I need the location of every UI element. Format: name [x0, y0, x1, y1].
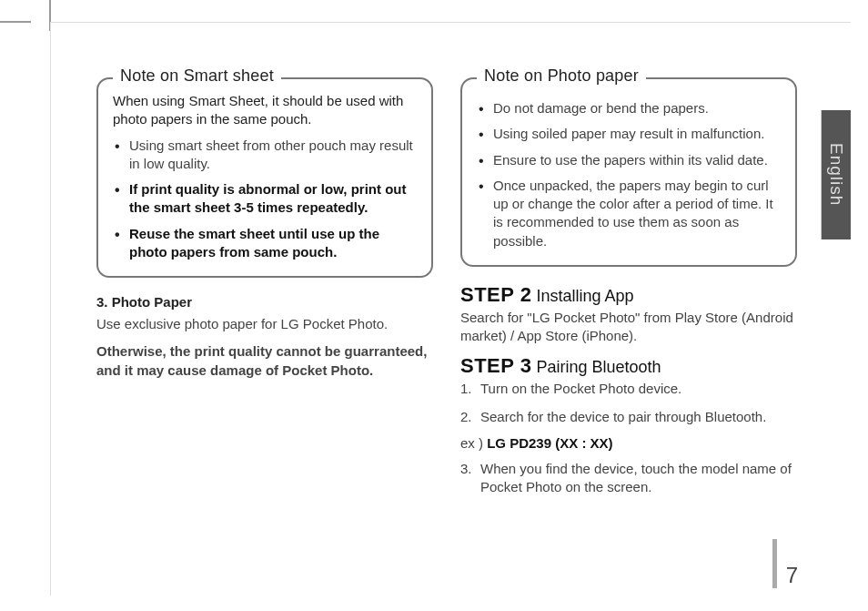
step2-body: Search for "LG Pocket Photo" from Play S…: [460, 309, 797, 346]
step-number: STEP 3: [460, 354, 531, 377]
page-number-block: 7: [772, 539, 798, 588]
subheading-photo-paper: 3. Photo Paper: [96, 294, 433, 310]
note-photo-paper: Note on Photo paper Do not damage or ben…: [460, 77, 797, 267]
note-title: Note on Photo paper: [477, 66, 646, 86]
note-intro-text: When using Smart Sheet, it should be use…: [113, 92, 417, 129]
note-title: Note on Smart sheet: [113, 66, 281, 86]
page-number: 7: [786, 563, 798, 588]
page-frame: English Note on Smart sheet When using S…: [50, 22, 851, 596]
step-title: Pairing Bluetooth: [531, 358, 661, 376]
right-column: Note on Photo paper Do not damage or ben…: [460, 77, 797, 505]
body-text-warning: Otherwise, the print quality cannot be g…: [96, 342, 433, 380]
step2-heading: STEP 2 Installing App: [460, 283, 797, 307]
crop-mark-top: [0, 21, 31, 23]
body-text: Use exclusive photo paper for LG Pocket …: [96, 315, 433, 333]
list-item: Search for the device to pair through Bl…: [460, 408, 797, 426]
step3-list: Turn on the Pocket Photo device. Search …: [460, 380, 797, 426]
example-code: LG PD239 (XX : XX): [487, 435, 612, 451]
example-prefix: ex ): [460, 435, 487, 451]
list-item: Reuse the smart sheet until use up the p…: [113, 225, 417, 262]
note-list: Using smart sheet from other pouch may r…: [113, 137, 417, 262]
list-item: Using soiled paper may result in malfunc…: [477, 125, 781, 143]
list-item: Do not damage or bend the papers.: [477, 99, 781, 117]
note-smart-sheet: Note on Smart sheet When using Smart She…: [96, 77, 433, 278]
list-item: When you find the device, touch the mode…: [460, 460, 797, 497]
step-title: Installing App: [531, 287, 633, 305]
note-list: Do not damage or bend the papers. Using …: [477, 99, 781, 250]
step3-list-cont: When you find the device, touch the mode…: [460, 460, 797, 497]
step-number: STEP 2: [460, 283, 531, 306]
list-item: Once unpacked, the papers may begin to c…: [477, 177, 781, 250]
list-item: Turn on the Pocket Photo device.: [460, 380, 797, 398]
content-columns: Note on Smart sheet When using Smart She…: [96, 77, 797, 505]
left-column: Note on Smart sheet When using Smart She…: [96, 77, 433, 505]
step3-heading: STEP 3 Pairing Bluetooth: [460, 354, 797, 378]
page-number-bar: [772, 539, 777, 588]
list-item: Ensure to use the papers within its vali…: [477, 151, 781, 169]
example-line: ex ) LG PD239 (XX : XX): [460, 435, 797, 451]
list-item: If print quality is abnormal or low, pri…: [113, 180, 417, 218]
list-item: Using smart sheet from other pouch may r…: [113, 137, 417, 174]
language-tab: English: [822, 110, 851, 239]
